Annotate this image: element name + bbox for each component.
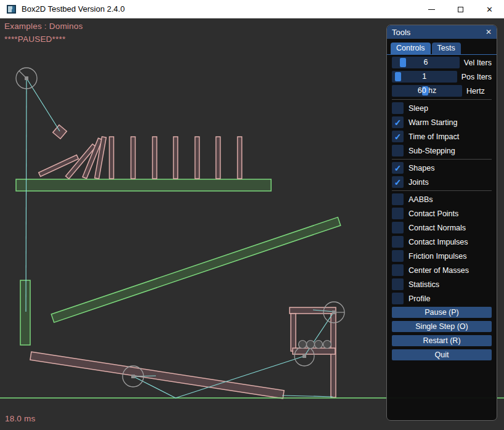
slider-label: Vel Iters <box>464 59 492 67</box>
checkbox[interactable] <box>392 264 404 276</box>
close-button[interactable]: ✕ <box>475 0 504 18</box>
single-step-o-button[interactable]: Single Step (O) <box>392 321 492 332</box>
domino-standing[interactable] <box>153 137 157 179</box>
joint-anchor <box>303 354 306 358</box>
shelf-ball[interactable] <box>307 341 315 349</box>
joint-line <box>26 78 60 131</box>
frame-right-post[interactable] <box>331 314 336 397</box>
checkbox-row-shapes: ✓Shapes <box>392 162 492 174</box>
panel-buttons: Pause (P)Single Step (O)Restart (R)Quit <box>392 307 492 360</box>
slider-value: 1 <box>392 71 457 83</box>
restart-r-button[interactable]: Restart (R) <box>392 335 492 346</box>
checkbox-label: Statistics <box>408 280 439 289</box>
checkbox-label: Profile <box>408 294 430 303</box>
checkbox-label: Warm Starting <box>408 118 457 127</box>
domino-standing[interactable] <box>110 137 114 179</box>
checkbox-row-statistics: Statistics <box>392 278 492 290</box>
minimize-icon <box>428 9 435 10</box>
checkbox-row-contact-points: Contact Points <box>392 208 492 219</box>
checkbox-row-profile: Profile <box>392 293 492 304</box>
checkbox[interactable]: ✓ <box>392 131 404 142</box>
joint-line <box>26 78 26 312</box>
slider-label: Pos Iters <box>461 73 492 81</box>
app-window: Box2D Testbed Version 2.4.0 ✕ Examples :… <box>0 0 504 430</box>
checkbox-row-sleep: Sleep <box>392 102 492 114</box>
slider-row-vel-iters: 6Vel Iters <box>392 57 492 68</box>
checkbox[interactable] <box>392 250 404 262</box>
slider-track[interactable]: 6 <box>392 57 460 68</box>
checkbox-row-contact-normals: Contact Normals <box>392 222 492 233</box>
joint-anchor <box>25 76 28 80</box>
checkbox[interactable]: ✓ <box>392 116 404 128</box>
checkbox[interactable] <box>392 293 404 304</box>
checkbox[interactable] <box>392 193 404 205</box>
checkbox[interactable]: ✓ <box>392 162 404 174</box>
frame-time-label: 18.0 ms <box>5 414 35 423</box>
minimize-button[interactable] <box>417 0 446 18</box>
slider-row-pos-iters: 1Pos Iters <box>392 71 492 83</box>
checkbox[interactable] <box>392 208 404 219</box>
quit-button[interactable]: Quit <box>392 349 492 360</box>
checkbox[interactable] <box>392 236 404 248</box>
checkbox-row-warm-starting: ✓Warm Starting <box>392 116 492 128</box>
checkmark-icon: ✓ <box>394 164 402 172</box>
checkbox-label: Contact Points <box>408 209 458 218</box>
checkbox[interactable] <box>392 102 404 114</box>
hanging-box[interactable] <box>53 125 67 139</box>
checkbox-label: Time of Impact <box>408 132 459 141</box>
joint-anchor <box>131 375 135 378</box>
checkbox[interactable]: ✓ <box>392 176 404 188</box>
checkbox[interactable] <box>392 278 404 290</box>
domino-standing[interactable] <box>195 137 200 179</box>
checkbox-row-time-of-impact: ✓Time of Impact <box>392 131 492 142</box>
tab-tests[interactable]: Tests <box>432 43 461 54</box>
slider-value: 60 hz <box>392 85 462 97</box>
tabbar: ControlsTests <box>387 39 497 54</box>
shelf-ball[interactable] <box>299 341 307 349</box>
frame-left-post[interactable] <box>291 314 296 351</box>
checkmark-icon: ✓ <box>394 132 402 141</box>
slider-track[interactable]: 60 hz <box>392 85 462 97</box>
domino-standing[interactable] <box>174 137 178 179</box>
tools-panel-content: 6Vel Iters1Pos Iters60 hzHertzSleep✓Warm… <box>387 55 497 360</box>
frame-top-bar[interactable] <box>290 307 336 314</box>
domino-standing[interactable] <box>216 137 221 179</box>
maximize-icon <box>458 7 463 12</box>
app-icon <box>7 5 16 14</box>
slider-label: Hertz <box>466 87 485 95</box>
tab-controls[interactable]: Controls <box>391 43 431 54</box>
domino-standing[interactable] <box>238 137 242 179</box>
joint-line <box>282 396 333 397</box>
window-title: Box2D Testbed Version 2.4.0 <box>22 4 124 14</box>
checkbox-row-joints: ✓Joints <box>392 176 492 188</box>
slider-value: 6 <box>392 57 460 68</box>
checkbox-label: Sub-Stepping <box>408 147 455 155</box>
pause-p-button[interactable]: Pause (P) <box>392 307 492 318</box>
vertical-column[interactable] <box>20 280 30 345</box>
checkmark-icon: ✓ <box>394 118 402 127</box>
titlebar[interactable]: Box2D Testbed Version 2.4.0 ✕ <box>0 0 504 18</box>
domino-platform[interactable] <box>16 179 271 191</box>
angled-plank[interactable] <box>51 217 341 323</box>
checkbox-label: Shapes <box>408 164 434 172</box>
checkbox-label: Friction Impulses <box>408 252 466 261</box>
checkbox[interactable] <box>392 145 404 156</box>
checkbox-row-contact-impulses: Contact Impulses <box>392 236 492 248</box>
tools-panel-close-icon[interactable]: ✕ <box>486 28 492 36</box>
checkbox-label: Center of Masses <box>408 266 469 275</box>
checkbox[interactable] <box>392 222 404 233</box>
tools-panel-header[interactable]: Tools ✕ <box>387 25 497 39</box>
shelf-ball[interactable] <box>323 341 331 349</box>
slider-track[interactable]: 1 <box>392 71 457 83</box>
tools-panel: Tools ✕ ControlsTests 6Vel Iters1Pos Ite… <box>386 25 497 421</box>
paused-label: ****PAUSED**** <box>4 34 65 44</box>
slider-row-hertz: 60 hzHertz <box>392 85 492 97</box>
maximize-button[interactable] <box>446 0 475 18</box>
shelf-ball[interactable] <box>315 341 323 349</box>
domino-standing[interactable] <box>131 137 136 179</box>
checkbox-label: Contact Impulses <box>408 238 468 246</box>
example-label: Examples : Dominos <box>4 22 83 31</box>
separator <box>392 159 492 160</box>
checkbox-label: AABBs <box>408 195 433 204</box>
checkbox-label: Contact Normals <box>408 224 466 232</box>
